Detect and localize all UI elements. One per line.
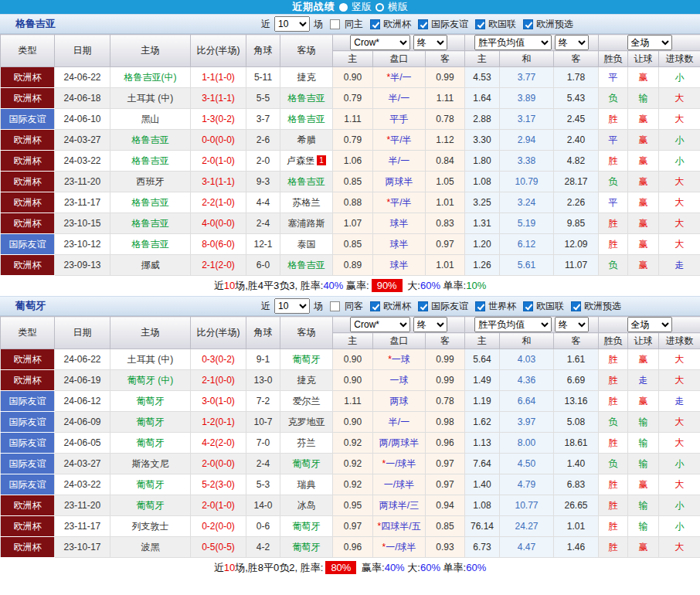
half-time-score: (1-0) (216, 396, 235, 406)
match-row: 欧洲杯23-11-20西班牙3-1(1-1)9-3格鲁吉亚0.85两球半1.05… (1, 172, 700, 192)
home-team: 斯洛文尼 (110, 454, 191, 474)
recent-count-select[interactable]: 10 (274, 298, 310, 314)
competition-checkbox[interactable] (475, 19, 485, 29)
handicap-line: 半/一 (373, 88, 426, 109)
competition-checkbox[interactable] (523, 19, 533, 29)
away-team: 泰国 (280, 234, 333, 255)
corner-count: 4-2 (246, 537, 280, 558)
home-odds: 0.92 (333, 474, 373, 495)
handicap-outcome: 输 (628, 433, 659, 454)
avg-final-select[interactable]: 终 (555, 35, 589, 50)
layout-vertical-label[interactable]: 竖版 (352, 0, 372, 14)
half-time-score: (0-0) (216, 458, 235, 469)
match-date: 23-10-17 (55, 537, 110, 558)
match-date: 24-03-27 (55, 130, 110, 151)
match-date: 23-10-12 (55, 234, 110, 255)
competition-checkbox[interactable] (571, 301, 581, 311)
avg-away-odds: 1.46 (554, 537, 599, 558)
match-score: 1-3(0-2) (191, 109, 246, 130)
competition-label: 国际友谊 (431, 18, 468, 31)
competition-checkbox[interactable] (418, 301, 428, 311)
avg-home-odds: 76.14 (465, 516, 500, 537)
competition-checkbox[interactable] (370, 301, 380, 311)
georgia-results-table: 类型 日期 主场 比分(半场) 角球 客场 Crow* 终 胜平负均值 终 全场 (0, 34, 700, 276)
half-time-score: (6-0) (216, 239, 235, 250)
home-team: 葡萄牙 (110, 412, 191, 433)
away-team-name: 格鲁吉亚 (288, 114, 325, 124)
competition-checkbox[interactable] (418, 19, 428, 29)
odds-final-select[interactable]: 终 (413, 317, 447, 332)
home-team: 格鲁吉亚(中) (110, 67, 191, 88)
goals-outcome: 走 (659, 255, 700, 276)
result-outcome: 胜 (599, 537, 628, 558)
odds-final-select[interactable]: 终 (413, 35, 447, 50)
avg-final-select[interactable]: 终 (555, 317, 589, 332)
summary-part: 40% (385, 562, 405, 573)
home-team: 葡萄牙 (110, 391, 191, 412)
summary-part: 赢率: (358, 562, 384, 573)
range-select[interactable]: 全场 (627, 317, 672, 332)
corner-count: 2-0 (246, 151, 280, 172)
recent-count-select[interactable]: 10 (274, 16, 310, 32)
col-type: 类型 (1, 35, 55, 67)
home-team-name: 土耳其 (中) (127, 354, 173, 365)
page-title: 近期战绩 (292, 0, 335, 14)
goals-outcome: 大 (659, 349, 700, 370)
competition-checkbox[interactable] (523, 301, 533, 311)
avg-away-odds: 2.40 (554, 130, 599, 151)
result-outcome: 胜 (599, 370, 628, 391)
col-handicap-result: 让球 (628, 333, 659, 349)
odds-source-select[interactable]: Crow* (350, 317, 410, 332)
half-time-score: (3-0) (216, 479, 235, 490)
match-score: 5-2(3-0) (191, 474, 246, 495)
same-venue-checkbox[interactable] (330, 301, 340, 311)
home-team-name: 挪威 (141, 260, 160, 270)
away-team: 捷克 (280, 67, 333, 88)
layout-horizontal-radio[interactable] (375, 3, 384, 12)
odds-source-select[interactable]: Crow* (350, 35, 410, 50)
corner-count: 10-7 (246, 412, 280, 433)
away-odds: 1.01 (426, 192, 465, 213)
competition-checkbox[interactable] (475, 301, 485, 311)
away-odds: 0.97 (426, 454, 465, 474)
layout-vertical-radio[interactable] (339, 3, 348, 12)
avg-odds-select[interactable]: 胜平负均值 (474, 35, 552, 50)
layout-horizontal-label[interactable]: 横版 (388, 0, 408, 14)
same-venue-checkbox[interactable] (330, 19, 340, 29)
competition-checkbox[interactable] (370, 19, 380, 29)
avg-draw-odds: 4.36 (500, 370, 554, 391)
section-portugal: 葡萄牙 近10场同客欧洲杯国际友谊世界杯欧国联欧洲预选 类型 日期 主场 比分(… (0, 296, 700, 578)
home-team: 葡萄牙 (中) (110, 370, 191, 391)
avg-draw-odds: 3.38 (500, 151, 554, 172)
away-team: 葡萄牙 (280, 516, 333, 537)
matches-label: 场 (314, 300, 323, 313)
handicap-line: *一/球半 (373, 454, 426, 474)
avg-odds-select[interactable]: 胜平负均值 (474, 317, 552, 332)
away-team: 格鲁吉亚 (280, 109, 333, 130)
avg-away-odds: 26.65 (554, 495, 599, 516)
goals-outcome: 大 (659, 433, 700, 454)
home-team-name: 格鲁吉亚 (132, 218, 169, 229)
range-select[interactable]: 全场 (627, 35, 672, 50)
half-time-score: (0-0) (216, 521, 235, 532)
summary-part: 大: (405, 562, 420, 573)
home-team-name: 土耳其 (中) (127, 93, 173, 104)
corner-count: 14-0 (246, 495, 280, 516)
section-georgia: 格鲁吉亚 近10场同主欧洲杯国际友谊欧国联欧洲预选 类型 日期 主场 比分(半场… (0, 14, 700, 296)
summary-part: 单率: (440, 562, 466, 573)
home-odds: 0.90 (333, 370, 373, 391)
handicap-star: * (386, 134, 390, 145)
avg-home-odds: 1.08 (465, 495, 500, 516)
match-date: 23-11-20 (55, 172, 110, 192)
away-team-name: 捷克 (297, 72, 316, 83)
avg-away-odds: 1.01 (554, 516, 599, 537)
avg-home-odds: 1.40 (465, 474, 500, 495)
away-team: 冰岛 (280, 495, 333, 516)
home-odds: 0.89 (333, 255, 373, 276)
half-time-score: (0-0) (216, 375, 235, 386)
portugal-results-table: 类型 日期 主场 比分(半场) 角球 客场 Crow* 终 胜平负均值 终 全场 (0, 316, 700, 558)
result-outcome: 负 (599, 88, 628, 109)
match-type-badge: 国际友谊 (1, 234, 55, 255)
full-time-score: 5-2 (202, 479, 215, 490)
full-time-score: 1-2 (202, 416, 215, 427)
